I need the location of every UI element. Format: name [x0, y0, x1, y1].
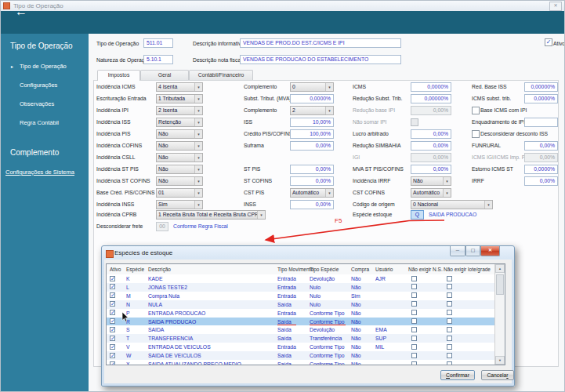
- desconsiderar-desconto-iss-checkbox[interactable]: [472, 130, 480, 138]
- nao-exigir-ns-checkbox[interactable]: [411, 301, 417, 307]
- tab-contabil-financeiro[interactable]: Contábil/Financeiro: [189, 70, 253, 80]
- nao-exigir-ns-checkbox[interactable]: [411, 344, 417, 350]
- ativo-checkbox[interactable]: ✓: [110, 284, 115, 289]
- column-header[interactable]: Não exigir N.S.: [408, 267, 443, 272]
- vertical-scrollbar[interactable]: ▲ ▼: [494, 264, 505, 365]
- base-icms-com-ipi-checkbox[interactable]: [472, 107, 480, 114]
- suframa-field[interactable]: 0,00%: [290, 141, 334, 151]
- nao-exigir-lote-checkbox[interactable]: [447, 276, 452, 281]
- natureza-operacao-input[interactable]: 5.10.1: [143, 55, 173, 64]
- funrural-field[interactable]: 0,00%: [524, 141, 558, 151]
- descricao-nota-fiscal-input[interactable]: VENDAS DE PRODUCAO DO ESTABELECIMENTO: [240, 55, 401, 64]
- confirmar-button[interactable]: Confirmar: [440, 370, 475, 380]
- ativo-checkbox[interactable]: ✓: [110, 344, 115, 350]
- incidencia-st-pis-select[interactable]: Não▾: [156, 165, 203, 174]
- incidencia-icms-select[interactable]: 4 Isenta▾: [156, 82, 203, 92]
- nao-exigir-ns-checkbox[interactable]: [411, 361, 417, 366]
- sidebar-item-observacoes[interactable]: Observações: [20, 100, 54, 107]
- cst-cofins-select[interactable]: Automático▾: [411, 188, 451, 198]
- table-row[interactable]: ✓SSAIDASaídaDevoluçãoNãoEMA: [107, 325, 496, 334]
- incidencia-irrf-select[interactable]: Não▾: [411, 176, 451, 186]
- incidencia-inss-select[interactable]: Sim▾: [156, 200, 203, 209]
- ativo-checkbox[interactable]: ✓: [110, 318, 115, 324]
- icms-subst-trib-field[interactable]: 0,0000%: [524, 94, 558, 103]
- table-row[interactable]: ✓PENTRADA PRODUCAOEntradaConforme TipoNã…: [107, 309, 496, 318]
- codigo-origem-select[interactable]: 0 Nacional▾: [411, 200, 493, 209]
- ativo-checkbox[interactable]: ✓: [110, 353, 115, 358]
- nao-exigir-lote-checkbox[interactable]: [447, 353, 452, 358]
- close-button[interactable]: ✕: [480, 246, 500, 256]
- descricao-informativa-input[interactable]: VENDAS DE PROD.DO EST.C/ICMS E IPI: [240, 38, 401, 48]
- st-cofins-field[interactable]: 0,00%: [290, 176, 334, 186]
- incidencia-pis-select[interactable]: Não▾: [156, 129, 203, 139]
- column-header[interactable]: Descrição: [148, 267, 171, 272]
- column-header[interactable]: Tipo Espécie: [310, 267, 339, 272]
- inss-field[interactable]: 0,00%: [290, 200, 334, 209]
- tab-impostos[interactable]: Impostos: [97, 70, 140, 81]
- table-row[interactable]: ✓TTRANSFERENCIASaídaTransferênciaNãoSUP: [107, 334, 496, 343]
- conforme-regra-fiscal-link[interactable]: Conforme Regra Fiscal: [173, 223, 228, 229]
- nao-exigir-lote-checkbox[interactable]: [447, 310, 452, 315]
- window-close-button[interactable]: ✕: [549, 2, 562, 11]
- nao-exigir-ns-checkbox[interactable]: [411, 327, 417, 332]
- nao-exigir-ns-checkbox[interactable]: [411, 284, 417, 289]
- column-header[interactable]: Não exigir lote/grade: [444, 267, 491, 272]
- incidencia-cofins-select[interactable]: Não▾: [156, 141, 203, 151]
- sidebar-item-configuracoes[interactable]: Configurações: [20, 82, 57, 89]
- scroll-up-icon[interactable]: ▲: [495, 264, 505, 273]
- escrituracao-entrada-select[interactable]: 1 Tributada▾: [156, 94, 203, 103]
- incidencia-st-cofins-select[interactable]: Não▾: [156, 176, 203, 186]
- column-header[interactable]: Compra: [351, 267, 369, 272]
- nao-exigir-ns-checkbox[interactable]: [411, 310, 417, 315]
- nao-exigir-lote-checkbox[interactable]: [447, 301, 452, 307]
- sidebar-link-configuracoes-sistema[interactable]: Configurações de Sistema: [5, 169, 74, 176]
- ativo-checkbox[interactable]: ✓: [110, 336, 115, 341]
- incidencia-iss-select[interactable]: Retenção▾: [156, 118, 203, 127]
- table-row[interactable]: ✓RSAIDA PRODUCAOSaídaConforme TipoNão: [107, 318, 496, 326]
- st-pis-field[interactable]: 0,00%: [290, 165, 334, 174]
- table-row[interactable]: ✓MCompra NulaEntradaNuloSim: [107, 292, 496, 300]
- sidebar-item-regra-contabil[interactable]: Regra Contábil: [20, 119, 59, 126]
- nao-exigir-lote-checkbox[interactable]: [447, 327, 452, 332]
- credito-pis-cofins-field[interactable]: 100,00%: [290, 129, 334, 139]
- table-row[interactable]: ✓VENTRADA DE VEICULOSEntradaConforme Tip…: [107, 343, 496, 351]
- table-row[interactable]: ✓NNULASaídaNuloNão: [107, 300, 496, 309]
- estorno-icms-st-field[interactable]: 0,0000%: [524, 165, 558, 174]
- tipo-operacao-input[interactable]: 511.01: [143, 38, 173, 48]
- tab-geral[interactable]: Geral: [140, 70, 189, 80]
- incidencia-ipi-select[interactable]: 2 Isenta▾: [156, 106, 203, 115]
- scrollbar-thumb[interactable]: [496, 274, 504, 295]
- complemento-icms-select[interactable]: 0▾: [290, 82, 334, 92]
- ativo-checkbox[interactable]: ✓: [110, 276, 115, 281]
- enquadramento-ipi-input[interactable]: [524, 118, 558, 127]
- reducao-subst-trib-field[interactable]: 0,00000%: [411, 94, 451, 103]
- column-header[interactable]: Ativo: [110, 267, 121, 272]
- table-row[interactable]: ✓LJONAS TESTE2EntradaNuloNão: [107, 283, 496, 292]
- column-header[interactable]: Tipo Movimento: [277, 267, 313, 272]
- especie-estoque-input[interactable]: Q: [411, 210, 424, 220]
- complemento-ipi-select[interactable]: 2▾: [290, 106, 334, 115]
- subst-tribut-mva-field[interactable]: 0,0000%: [290, 94, 334, 103]
- nao-exigir-lote-checkbox[interactable]: [447, 344, 452, 350]
- nao-exigir-lote-checkbox[interactable]: [447, 292, 452, 298]
- maximize-button[interactable]: ▢: [465, 246, 480, 256]
- nao-exigir-ns-checkbox[interactable]: [411, 276, 417, 281]
- nao-exigir-ns-checkbox[interactable]: [411, 292, 417, 298]
- ativo-checkbox[interactable]: ✓: [110, 361, 115, 366]
- cst-pis-select[interactable]: Automático▾: [290, 188, 334, 198]
- table-row[interactable]: ✓XSAIDA ATUALIZANDO PRECO MEDIOSaídaConf…: [107, 360, 496, 365]
- column-header[interactable]: Espécie: [126, 267, 144, 272]
- nao-exigir-lote-checkbox[interactable]: [447, 336, 452, 341]
- lucro-arbitrado-field[interactable]: 0,00%: [411, 129, 451, 139]
- ativo-checkbox[interactable]: ✓: [110, 301, 115, 307]
- base-cred-pis-cofins-select[interactable]: 01▾: [156, 188, 203, 198]
- ativo-checkbox[interactable]: ✓: [110, 292, 115, 298]
- icms-field[interactable]: 0,0000%: [411, 82, 451, 92]
- scroll-down-icon[interactable]: ▼: [495, 356, 505, 365]
- mva-st-pis-cofins-field[interactable]: 0,00%: [411, 165, 451, 174]
- minimize-button[interactable]: ─: [450, 246, 465, 256]
- ativo-checkbox[interactable]: ✓: [545, 38, 552, 46]
- iss-field[interactable]: 10,00%: [290, 118, 334, 127]
- table-row[interactable]: ✓WSAIDA DE VEICULOSSaídaConforme TipoNão: [107, 351, 496, 360]
- column-header[interactable]: Usuário: [375, 267, 393, 272]
